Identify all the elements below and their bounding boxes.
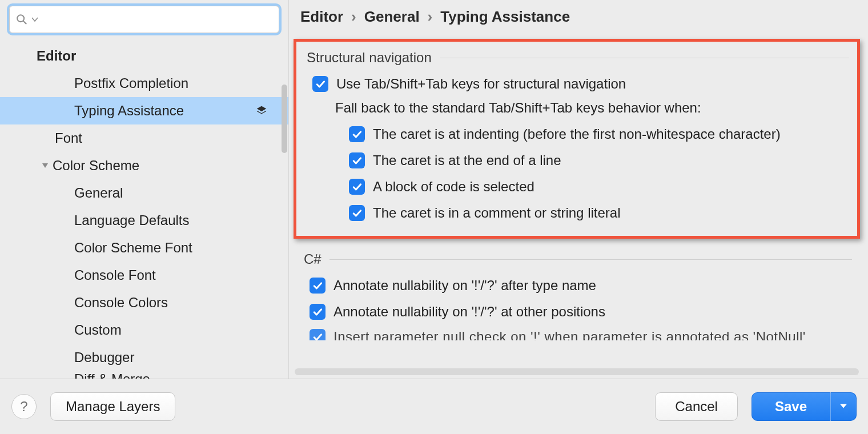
checkbox-annotate-nullability-other[interactable] <box>310 304 326 320</box>
label-fallback-when: Fall back to the standard Tab/Shift+Tab … <box>335 100 849 116</box>
checkbox-caret-end-of-line[interactable] <box>349 152 365 168</box>
search-icon <box>15 13 28 26</box>
save-button[interactable]: Save <box>752 392 830 421</box>
checkbox-caret-in-comment[interactable] <box>349 205 365 221</box>
tree-item-color-scheme[interactable]: Color Scheme <box>0 152 288 179</box>
breadcrumb-sep-icon: › <box>428 8 433 26</box>
search-dropdown-icon[interactable] <box>31 17 38 22</box>
group-separator <box>440 58 849 58</box>
tree-item-cs-general[interactable]: General <box>0 179 288 207</box>
chevron-down-icon <box>839 403 848 411</box>
breadcrumb-editor[interactable]: Editor <box>300 8 343 26</box>
label-block-selected: A block of code is selected <box>373 179 535 195</box>
label-use-tab-structural-nav: Use Tab/Shift+Tab keys for structural na… <box>336 76 626 92</box>
group-title-csharp: C# <box>304 251 322 267</box>
label-caret-at-indenting: The caret is at indenting (before the fi… <box>373 126 781 142</box>
tree-item-debugger[interactable]: Debugger <box>0 344 288 371</box>
breadcrumb-general[interactable]: General <box>364 8 420 26</box>
label-annotate-nullability-other: Annotate nullability on '!'/'?' at other… <box>333 304 605 320</box>
label-insert-param-null-check: Insert parameter null check on '!' when … <box>333 329 806 340</box>
help-button[interactable]: ? <box>11 394 37 419</box>
tree-item-editor[interactable]: Editor <box>0 42 288 70</box>
tree-item-language-defaults[interactable]: Language Defaults <box>0 207 288 234</box>
tree-item-font[interactable]: Font <box>0 124 288 152</box>
group-title-structural-navigation: Structural navigation <box>307 50 432 66</box>
checkbox-annotate-nullability-after-type[interactable] <box>310 278 326 294</box>
search-box[interactable] <box>9 6 279 33</box>
chevron-down-icon <box>38 162 53 169</box>
checkbox-caret-at-indenting[interactable] <box>349 126 365 142</box>
label-annotate-nullability-after-type: Annotate nullability on '!'/'?' after ty… <box>333 278 596 294</box>
manage-layers-button[interactable]: Manage Layers <box>50 392 175 421</box>
tree-item-custom[interactable]: Custom <box>0 316 288 344</box>
tree-item-color-scheme-font[interactable]: Color Scheme Font <box>0 234 288 262</box>
sidebar-scrollbar[interactable] <box>282 85 287 153</box>
label-caret-end-of-line: The caret is at the end of a line <box>373 152 561 168</box>
label-caret-in-comment: The caret is in a comment or string lite… <box>373 205 621 221</box>
group-separator <box>329 259 852 260</box>
breadcrumb-sep-icon: › <box>351 8 356 26</box>
layers-icon <box>255 105 268 117</box>
checkbox-block-selected[interactable] <box>349 179 365 195</box>
search-focus-ring <box>7 3 282 35</box>
settings-tree: Editor Postfix Completion Typing Assista… <box>0 38 288 379</box>
checkbox-insert-param-null-check[interactable] <box>310 329 326 340</box>
settings-sidebar: Editor Postfix Completion Typing Assista… <box>0 0 288 379</box>
breadcrumb: Editor › General › Typing Assistance <box>289 0 868 33</box>
tree-item-console-colors[interactable]: Console Colors <box>0 289 288 316</box>
tree-item-diff-merge[interactable]: Diff & Merge <box>0 371 288 379</box>
checkbox-use-tab-structural-nav[interactable] <box>312 76 328 92</box>
settings-main: Editor › General › Typing Assistance Str… <box>288 0 868 379</box>
search-input[interactable] <box>42 12 273 27</box>
structural-navigation-highlight: Structural navigation Use Tab/Shift+Tab … <box>294 39 860 239</box>
svg-point-0 <box>17 15 24 22</box>
svg-line-1 <box>23 21 27 25</box>
tree-item-postfix-completion[interactable]: Postfix Completion <box>0 70 288 97</box>
cancel-button[interactable]: Cancel <box>655 392 738 421</box>
help-icon: ? <box>20 399 27 415</box>
dialog-footer: ? Manage Layers Cancel Save <box>0 379 868 434</box>
save-dropdown-button[interactable] <box>830 392 857 421</box>
tree-item-console-font[interactable]: Console Font <box>0 262 288 289</box>
content-horizontal-scrollbar[interactable] <box>295 368 859 375</box>
tree-item-typing-assistance[interactable]: Typing Assistance <box>0 97 288 124</box>
breadcrumb-typing-assistance: Typing Assistance <box>440 8 570 26</box>
